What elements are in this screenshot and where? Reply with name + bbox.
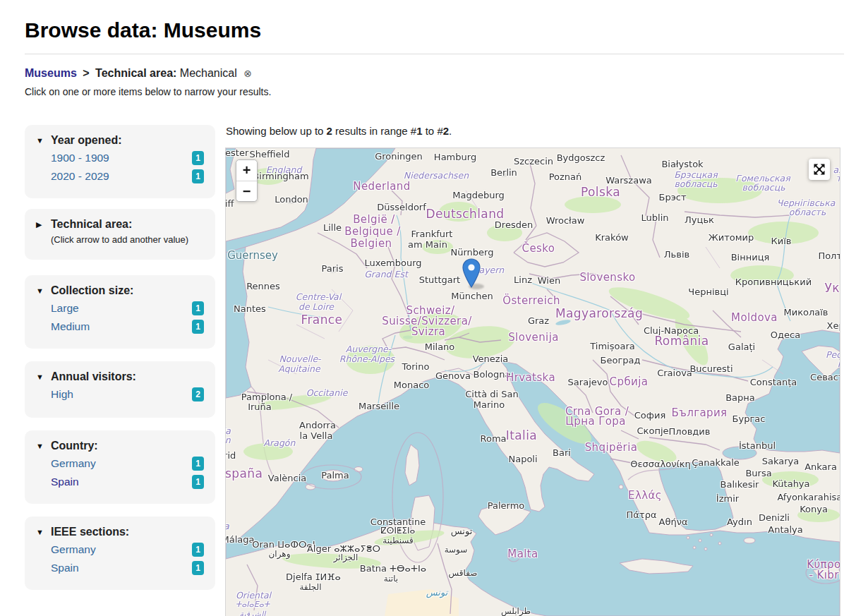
facet-collection-size: ▼Collection size:Large1Medium1	[25, 275, 215, 349]
facet-item: Germany1	[51, 456, 204, 471]
map-label: وهران	[269, 549, 291, 559]
map-label: Iruña	[248, 401, 272, 412]
map-label: Graz	[528, 315, 549, 326]
collapse-arrow-icon[interactable]: ▼	[36, 373, 44, 381]
map-label: Denizli	[759, 512, 790, 523]
breadcrumb-link-museums[interactable]: Museums	[25, 67, 77, 79]
map-label: de Loire	[299, 301, 334, 312]
map-label: Shqipëria	[585, 441, 638, 454]
map-label: قسنطينة	[382, 536, 414, 545]
map-label: България	[671, 406, 727, 419]
map-label: Balıkesir	[721, 479, 759, 490]
map-label: Кропивницький	[735, 277, 812, 287]
map-label: Nürnberg	[451, 247, 494, 258]
map-label: Çanakkale	[692, 457, 740, 468]
map-label: Antalya	[768, 524, 802, 535]
map-label: Berlin	[490, 167, 517, 178]
map-label: Magyarország	[555, 306, 643, 320]
map-label: Wien	[538, 275, 560, 286]
map-label: Svizra	[411, 325, 445, 338]
map-label: Italia	[506, 428, 537, 442]
facet-title: Country:	[51, 440, 98, 452]
map-label: am Main	[408, 239, 447, 250]
map-label: Aragón	[264, 437, 296, 448]
map-label: Genova	[435, 370, 471, 381]
map-label: Sarajevo	[568, 377, 608, 387]
map-label: Wrocław	[546, 215, 585, 226]
results-period: .	[449, 125, 452, 137]
facet-item-link[interactable]: Germany	[51, 543, 96, 556]
map[interactable]: chesterSheffieldEnglandBirminghamLondonC…	[226, 148, 840, 616]
map-label: Kraków	[595, 232, 629, 243]
map-label: Batna ⵜⴱⴰⵜⵏⴰ	[360, 563, 426, 574]
map-label: Ankara	[804, 461, 837, 472]
title-divider	[25, 54, 844, 54]
map-label: Marino	[474, 399, 505, 410]
map-label: Deutschland	[426, 207, 504, 221]
facet-item-link[interactable]: Spain	[51, 562, 79, 574]
results-summary: Showing below up to 2 results in range #…	[226, 125, 452, 137]
map-label: Grand Est	[364, 269, 408, 279]
remove-filter-icon[interactable]: ⊗	[243, 68, 252, 79]
results-range-from: 1	[416, 125, 422, 137]
map-label: Andorra	[299, 420, 336, 430]
map-label: ⵜⴰⵏⴰⴹⴰⵜ	[236, 600, 270, 609]
zoom-out-button[interactable]: −	[236, 181, 257, 201]
results-prefix: Showing below up to	[226, 125, 327, 137]
map-label: Вінниця	[731, 252, 770, 262]
map-label: Birmingham	[253, 171, 308, 181]
map-label: Nederland	[353, 180, 410, 193]
map-label: تونس	[451, 526, 473, 536]
facet-count-badge: 1	[192, 301, 204, 315]
collapse-arrow-icon[interactable]: ▼	[36, 528, 44, 536]
map-label: Andalucía	[226, 521, 229, 531]
map-label: Bologna	[474, 369, 511, 380]
map-label: Dresden	[495, 219, 533, 230]
facet-count-badge: 1	[192, 475, 204, 489]
corfu	[619, 485, 623, 489]
results-mid: results in range #	[332, 125, 416, 137]
facet-count-badge: 1	[192, 457, 204, 471]
collapse-arrow-icon[interactable]: ▼	[36, 286, 44, 295]
facet-item-link[interactable]: Germany	[51, 457, 96, 470]
map-marker-icon[interactable]	[462, 258, 481, 288]
facet-item-link[interactable]: Large	[51, 302, 79, 315]
map-label: Одеса	[771, 330, 800, 340]
map-label: Belgien	[351, 237, 392, 250]
facet-count-badge: 1	[192, 151, 204, 165]
facet-item-link[interactable]: Medium	[51, 320, 90, 333]
facet-count-badge: 1	[192, 543, 204, 557]
map-label: Севастополь	[810, 372, 840, 382]
zoom-in-button[interactable]: +	[236, 160, 257, 181]
rhodes	[744, 538, 755, 543]
facet-note: (Click arrow to add another value)	[51, 234, 204, 245]
facet-item-link[interactable]: 2020 - 2029	[51, 170, 109, 183]
map-label: Guernsey	[227, 249, 278, 262]
page-title: Browse data: Museums	[25, 18, 261, 42]
map-label: вобласць	[742, 182, 785, 193]
instructions-text: Click on one or more items below to narr…	[25, 86, 271, 97]
map-label: طرابلس	[501, 606, 531, 616]
map-label: تونس	[426, 587, 448, 598]
map-label: Sakarya	[762, 456, 800, 466]
map-label: Marseille	[358, 401, 399, 411]
facet-item-link[interactable]: Spain	[51, 476, 79, 488]
map-label: Galați	[728, 342, 755, 352]
fullscreen-button[interactable]	[809, 159, 830, 180]
collapse-arrow-icon[interactable]: ▼	[36, 136, 44, 145]
facet-count-badge: 1	[192, 169, 204, 183]
map-label: Скопје	[637, 425, 669, 436]
collapse-arrow-icon[interactable]: ▼	[36, 442, 44, 450]
facet-item-link[interactable]: 1900 - 1909	[51, 152, 109, 164]
map-label: Bydgoszcz	[557, 152, 605, 163]
map-label: Nantes	[234, 303, 266, 314]
breadcrumb-filter-value: Mechanical	[180, 67, 237, 79]
map-label: الشرقية	[240, 610, 266, 616]
facet-title: Technical area:	[51, 218, 132, 231]
map-label: Málaga	[226, 534, 254, 545]
expand-arrow-icon[interactable]: ▶	[36, 220, 44, 229]
map-label: ⵇⵙⵏⵟⵉⵏⴰ	[381, 526, 416, 536]
facet-item-link[interactable]: High	[51, 388, 73, 401]
map-label: Bursa	[745, 468, 771, 478]
results-to-word: to #	[423, 125, 443, 137]
